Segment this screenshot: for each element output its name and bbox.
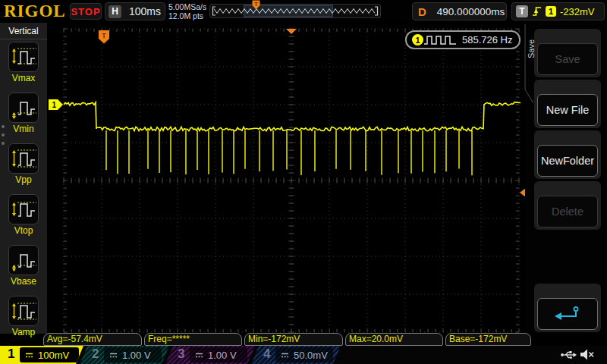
- rigol-logo: RIGOL: [4, 2, 66, 21]
- menu-item-vpp[interactable]: Vpp: [0, 143, 47, 192]
- scope-canvas: 1T: [47, 23, 525, 335]
- delay-label: D: [418, 5, 426, 18]
- waveform-position-bar[interactable]: [209, 4, 381, 18]
- run-state-indicator: STOP: [70, 3, 102, 20]
- channel-number: 1: [8, 347, 14, 362]
- waveform-position-graphic: [210, 5, 380, 17]
- trigger-level-value: -232mV: [560, 6, 595, 17]
- right-menu-panel: Save New File NewFolder Delete: [525, 23, 607, 334]
- rising-edge-icon: [532, 5, 542, 17]
- measurement-freq: Freq=*****: [144, 333, 242, 346]
- top-status-bar: RIGOL STOP H 100ms 5.00MSa/s 12.0M pts T…: [0, 0, 607, 23]
- channel-4-tab[interactable]: 4 50.0mV: [251, 346, 341, 364]
- vbase-icon: [8, 245, 39, 275]
- sample-rate: 5.00MSa/s: [168, 2, 206, 11]
- freq-channel-badge: 1: [412, 34, 423, 46]
- save-button[interactable]: Save: [537, 43, 598, 75]
- menu-label: Vpp: [15, 174, 31, 185]
- acquisition-info: 5.00MSa/s 12.0M pts: [168, 2, 206, 20]
- square-wave-icon: [423, 35, 457, 46]
- menu-label: Vbase: [11, 276, 36, 287]
- measurement-base: Base=-172mV: [445, 333, 531, 346]
- menu-item-vmin[interactable]: Vmin: [0, 93, 47, 141]
- trigger-readout-box: T 1 -232mV: [511, 2, 605, 20]
- measurement-max: Max=20.0mV: [345, 333, 443, 346]
- channel-scale: 1.00 V: [122, 350, 151, 361]
- channel-number: 4: [263, 347, 270, 362]
- trigger-position-flag[interactable]: T: [99, 30, 109, 44]
- freq-value: 585.726 Hz: [462, 34, 513, 46]
- delete-button[interactable]: Delete: [537, 196, 598, 228]
- menu-label: Vmax: [12, 73, 36, 83]
- menu-label: Vamp: [12, 327, 35, 337]
- new-file-button[interactable]: New File: [537, 94, 598, 126]
- delete-button-group: Delete: [534, 181, 601, 230]
- newfolder-button-group: NewFolder: [534, 130, 601, 179]
- measurement-min: Min=-172mV: [244, 333, 343, 346]
- trigger-position-marker-top[interactable]: T: [252, 0, 260, 10]
- trigger-source-badge: 1: [546, 6, 556, 17]
- vpp-icon: [8, 143, 39, 174]
- svg-text:T: T: [102, 32, 106, 39]
- return-button-group: [534, 284, 601, 332]
- dc-coupling-icon: [194, 352, 204, 359]
- menu-label: Vmin: [13, 124, 33, 134]
- vmax-icon: [8, 42, 39, 72]
- run-state-label: STOP: [71, 6, 100, 17]
- menu-item-vbase[interactable]: Vbase: [0, 245, 47, 293]
- timebase-value: 100ms: [129, 5, 161, 17]
- channel-scale: 100mV: [38, 350, 69, 361]
- measurement-avg: Avg=-57.4mV: [43, 333, 142, 346]
- channel-2-tab[interactable]: 2 1.00 V: [80, 346, 169, 364]
- channel-3-tab[interactable]: 3 1.00 V: [165, 346, 255, 364]
- menu-item-vamp[interactable]: Vamp: [0, 296, 47, 344]
- delay-readout-box: D 490.000000ms: [412, 2, 507, 20]
- memory-depth: 12.0M pts: [168, 11, 206, 20]
- vmin-icon: [8, 93, 39, 123]
- speaker-muted-icon: [580, 348, 595, 361]
- channel-4-scale-box: 50.0mV: [275, 347, 333, 362]
- menu-page-dots: [2, 125, 5, 145]
- delay-center-marker: [286, 29, 297, 34]
- channel-1-scale-box: 100mV: [20, 347, 79, 362]
- channel-number: 2: [92, 347, 99, 362]
- menu-item-vmax[interactable]: Vmax: [0, 42, 47, 90]
- vamp-icon: [8, 296, 39, 326]
- save-button-group: Save: [534, 29, 601, 77]
- return-button[interactable]: [537, 298, 598, 330]
- menu-item-vtop[interactable]: Vtop: [0, 194, 47, 243]
- trigger-label: T: [516, 5, 528, 17]
- channel-status-bar: 1 100mV 2 1.00 V 3: [0, 346, 607, 364]
- new-folder-button[interactable]: NewFolder: [537, 145, 598, 177]
- channel-scale: 1.00 V: [208, 350, 237, 361]
- channel-1-tab[interactable]: 1 100mV: [0, 346, 83, 364]
- h-label: H: [109, 5, 121, 18]
- return-arrow-icon: [552, 305, 583, 323]
- dc-coupling-icon: [24, 352, 34, 359]
- delay-value: 490.000000ms: [437, 6, 505, 17]
- channel-number: 3: [178, 347, 184, 362]
- channel-scale: 50.0mV: [294, 350, 328, 361]
- usb-icon: [560, 350, 577, 360]
- channel-1-level-marker[interactable]: 1: [49, 99, 63, 110]
- channel-3-scale-box: 1.00 V: [190, 347, 247, 362]
- dc-coupling-icon: [109, 352, 118, 359]
- vtop-icon: [8, 194, 39, 224]
- menu-tab-outline: [524, 24, 534, 115]
- menu-label: Vtop: [14, 225, 33, 236]
- horizontal-timebase-box: H 100ms: [105, 2, 165, 20]
- dc-coupling-icon: [280, 352, 290, 359]
- left-menu-title: Vertical: [0, 23, 47, 39]
- newfile-button-group: New File: [534, 80, 601, 128]
- svg-text:T: T: [254, 1, 258, 8]
- oscilloscope-screen: RIGOL STOP H 100ms 5.00MSa/s 12.0M pts T…: [0, 0, 607, 364]
- svg-text:1: 1: [52, 101, 57, 109]
- channel-2-scale-box: 1.00 V: [104, 347, 162, 362]
- left-menu-vertical: Vertical Vmax Vmin Vpp Vtop Vbase Vamp: [0, 23, 47, 334]
- frequency-counter: 1 585.726 Hz: [405, 30, 521, 49]
